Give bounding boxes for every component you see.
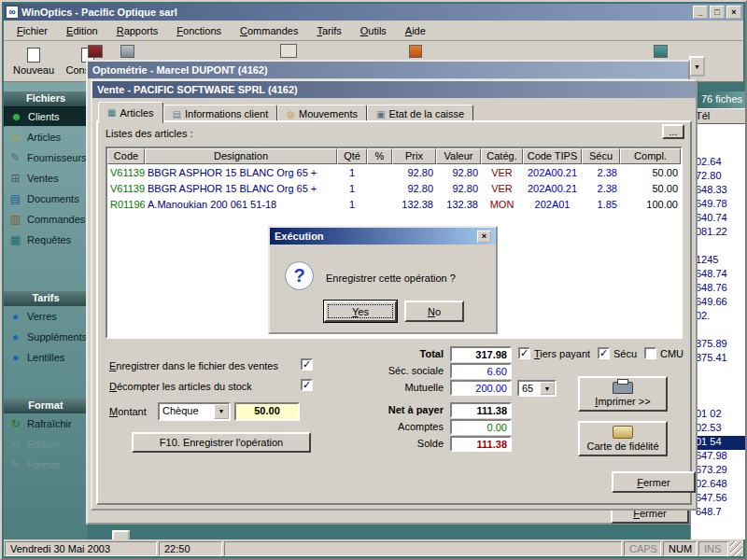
net-a-payer-label: Net à payer xyxy=(343,404,444,415)
close-button[interactable]: × xyxy=(726,6,741,19)
no-button[interactable]: No xyxy=(404,301,464,322)
sidebar-item-ventes[interactable]: ⊞ Ventes xyxy=(4,168,88,189)
toolbar-dropdown-button[interactable]: ▼ xyxy=(689,56,705,77)
chevron-down-icon[interactable]: ▼ xyxy=(540,382,555,395)
resize-grip[interactable] xyxy=(730,541,742,556)
yes-button[interactable]: Yes xyxy=(324,301,397,322)
client-row[interactable]: 647.56 xyxy=(691,492,747,506)
client-row[interactable]: 02. xyxy=(691,310,747,324)
dialog-close-icon[interactable]: × xyxy=(477,231,491,243)
client-row[interactable]: 648.76 xyxy=(691,282,747,296)
article-row[interactable]: R01196 A.Manoukian 200 061 51-18 1 132.3… xyxy=(107,196,681,212)
menu-fonctions[interactable]: Fonctions xyxy=(167,23,231,38)
tel-column-header[interactable]: Tél xyxy=(690,108,747,124)
f10-enregistrer-button[interactable]: F10. Enregistrer l'opération xyxy=(132,432,311,453)
menu-aide[interactable]: Aide xyxy=(396,23,435,38)
sidebar-item-supplements[interactable]: ● Suppléments xyxy=(4,327,88,347)
sidebar-item-clients[interactable]: ☻ Clients xyxy=(4,106,88,127)
client-row[interactable]: 02.53 xyxy=(691,422,747,436)
col-pct[interactable]: % xyxy=(367,148,392,164)
client-row[interactable]: 375.41 xyxy=(691,352,747,366)
client-row[interactable]: 02.64 xyxy=(691,156,747,170)
minimize-button[interactable]: _ xyxy=(693,6,708,19)
client-row-selected[interactable]: 01 54 xyxy=(691,436,747,450)
secu-checkbox[interactable]: ✓ xyxy=(598,347,610,359)
menu-outils[interactable]: Outils xyxy=(351,23,396,38)
printer-toolbar-icon[interactable] xyxy=(120,45,134,58)
col-valeur[interactable]: Valeur xyxy=(436,148,481,164)
article-row[interactable]: V61139 BBGR ASPHOR 15 BLANC Org 65 + 1 9… xyxy=(107,164,681,180)
col-qte[interactable]: Qté xyxy=(337,148,367,164)
client-row[interactable]: 081.22 xyxy=(691,226,747,240)
client-row[interactable]: 375.89 xyxy=(691,338,747,352)
sidebar-item-articles[interactable]: ∞ Articles xyxy=(4,127,88,147)
client-row[interactable] xyxy=(691,240,747,254)
mutuelle-field[interactable]: 200.00 xyxy=(450,380,512,396)
mutuelle-rate-select[interactable]: 65 ▼ xyxy=(517,380,557,397)
acomptes-field: 0.00 xyxy=(450,419,512,435)
client-row[interactable] xyxy=(691,366,747,380)
sidebar-item-format[interactable]: ✎ Format xyxy=(4,455,88,475)
client-row[interactable]: 02.648 xyxy=(691,478,747,492)
montant-field[interactable]: 50.00 xyxy=(234,402,300,421)
tiers-payant-checkbox[interactable]: ✓ xyxy=(518,347,530,359)
calculator-icon[interactable] xyxy=(654,45,668,58)
article-row[interactable]: V61139 BBGR ASPHOR 15 BLANC Org 65 + 1 9… xyxy=(107,180,681,196)
sidebar-item-lentilles[interactable]: ● Lentilles xyxy=(4,347,88,368)
col-code[interactable]: Code xyxy=(107,148,145,164)
col-code-tips[interactable]: Code TIPS xyxy=(523,148,582,164)
client-row[interactable] xyxy=(691,128,747,142)
new-button[interactable]: Nouveau xyxy=(7,43,60,79)
secu-sociale-field[interactable]: 6.60 xyxy=(450,363,512,379)
carte-fidelite-button[interactable]: Carte de fidélité xyxy=(578,421,668,456)
client-row[interactable]: 648.74 xyxy=(691,268,747,282)
stock-checkbox[interactable]: ✓ xyxy=(301,379,313,391)
cmu-checkbox[interactable] xyxy=(644,347,656,359)
maximize-button[interactable]: □ xyxy=(710,6,725,19)
more-button[interactable]: ... xyxy=(662,124,684,139)
menu-tarifs[interactable]: Tarifs xyxy=(307,23,350,38)
chart-icon[interactable] xyxy=(409,45,422,58)
requetes-icon: ▦ xyxy=(8,233,22,246)
total-label: Total xyxy=(343,348,444,359)
menu-commandes[interactable]: Commandes xyxy=(231,23,307,38)
save-sales-checkbox[interactable]: ✓ xyxy=(301,358,313,371)
sidebar-item-rafraichir[interactable]: ↻ Rafraîchir xyxy=(4,413,88,434)
client-row[interactable]: 673.29 xyxy=(691,464,747,478)
cell-tips: 202A01 xyxy=(523,199,582,210)
client-row[interactable]: 640.74 xyxy=(691,212,747,226)
menu-fichier[interactable]: Fichier xyxy=(7,23,57,38)
sidebar-item-documents[interactable]: ▤ Documents xyxy=(4,189,88,209)
vente-fermer-button[interactable]: Fermer xyxy=(612,471,696,493)
client-row[interactable]: 1245 xyxy=(691,254,747,268)
col-categ[interactable]: Catég. xyxy=(481,148,523,164)
payment-method-select[interactable]: Chèque ▼ xyxy=(158,402,231,421)
client-row[interactable]: 648.33 xyxy=(691,184,747,198)
menu-edition[interactable]: Edition xyxy=(57,23,107,38)
client-row[interactable]: 649.66 xyxy=(691,296,747,310)
imprimer-button[interactable]: Imprimer >> xyxy=(578,376,668,412)
sidebar-item-edition[interactable]: ab Edition xyxy=(4,434,88,455)
book-icon[interactable] xyxy=(88,45,103,58)
client-row[interactable] xyxy=(691,142,747,156)
client-row[interactable]: 01 02 xyxy=(691,408,747,422)
chevron-down-icon[interactable]: ▼ xyxy=(214,404,229,419)
col-designation[interactable]: Designation xyxy=(145,148,337,164)
client-row[interactable]: 647.98 xyxy=(691,450,747,464)
col-prix[interactable]: Prix xyxy=(392,148,436,164)
col-secu[interactable]: Sécu xyxy=(582,148,620,164)
sidebar-item-requetes[interactable]: ▦ Requêtes xyxy=(4,230,88,250)
client-row[interactable] xyxy=(691,324,747,338)
sort-icon[interactable] xyxy=(280,44,297,58)
sidebar-item-commandes[interactable]: ▥ Commandes xyxy=(4,209,88,230)
client-row[interactable] xyxy=(691,380,747,394)
client-row[interactable] xyxy=(691,394,747,408)
menu-rapports[interactable]: Rapports xyxy=(107,23,168,38)
tab-articles[interactable]: ▦ Articles xyxy=(98,102,163,123)
client-row[interactable]: 648.7 xyxy=(691,506,747,520)
client-row[interactable]: 649.78 xyxy=(691,198,747,212)
sidebar-item-verres[interactable]: ● Verres xyxy=(4,306,88,327)
sidebar-item-fournisseurs[interactable]: ✎ Fournisseurs xyxy=(4,147,88,168)
client-row[interactable]: 72.80 xyxy=(691,170,747,184)
col-compl[interactable]: Compl. xyxy=(620,148,681,164)
